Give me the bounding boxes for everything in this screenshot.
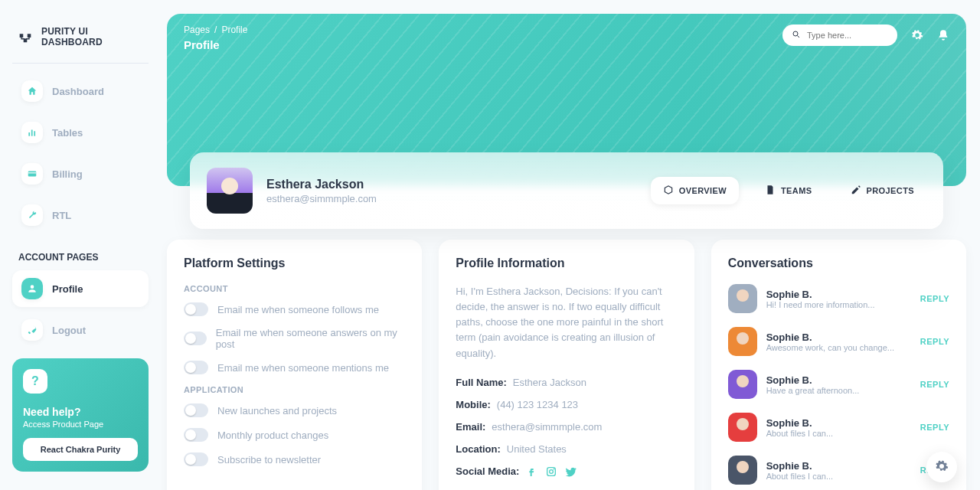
settings-fab[interactable]	[926, 452, 957, 482]
main: Pages / Profile Profile	[161, 0, 980, 490]
sidebar-item-billing[interactable]: Billing	[12, 155, 149, 192]
setting-row: Subscribe to newsletter	[184, 452, 405, 466]
setting-label: Subscribe to newsletter	[217, 454, 321, 466]
sidebar-item-label: Profile	[52, 283, 83, 295]
setting-label: Email me when someone follows me	[217, 304, 379, 315]
instagram-icon[interactable]	[545, 466, 557, 478]
user-icon	[21, 278, 43, 299]
conversation-name: Sophie B.	[766, 289, 875, 300]
conversation-name: Sophie B.	[766, 332, 894, 343]
conversations-card: Conversations Sophie B.Hi! I need more i…	[711, 240, 966, 490]
pen-icon	[851, 185, 861, 197]
sidebar-item-dashboard[interactable]: Dashboard	[12, 73, 149, 109]
tab-projects[interactable]: PROJECTS	[838, 177, 927, 204]
conversation-preview: About files I can...	[766, 472, 833, 481]
breadcrumb-item[interactable]: Profile	[221, 24, 247, 35]
home-icon	[21, 80, 43, 102]
info-value: United States	[507, 443, 567, 455]
profile-bio: Hi, I'm Esthera Jackson, Decisions: If y…	[456, 284, 677, 361]
conversation-preview: Hi! I need more information...	[766, 300, 875, 309]
tab-overview[interactable]: OVERVIEW	[651, 177, 739, 204]
toggle[interactable]	[184, 332, 207, 345]
svg-rect-2	[34, 131, 35, 136]
info-key: Email:	[456, 421, 485, 433]
conversation-preview: About files I can...	[766, 429, 833, 438]
page-title: Profile	[184, 38, 247, 51]
setting-row: Email me when someone mentions me	[184, 361, 405, 374]
svg-rect-4	[28, 172, 37, 173]
breadcrumb: Pages / Profile	[184, 24, 247, 35]
card-title: Platform Settings	[184, 256, 405, 270]
help-icon: ?	[23, 369, 47, 394]
avatar	[728, 456, 757, 485]
card-title: Profile Information	[456, 256, 677, 270]
info-value: Esthera Jackson	[513, 377, 586, 388]
card-title: Conversations	[728, 256, 949, 270]
search-icon	[792, 29, 801, 41]
twitter-icon[interactable]	[565, 466, 577, 478]
help-cta-button[interactable]: React Chakra Purity	[23, 438, 138, 461]
info-key: Location:	[456, 443, 501, 455]
bell-icon[interactable]	[937, 29, 949, 41]
conversation-name: Sophie B.	[766, 417, 833, 429]
reply-button[interactable]: REPLY	[920, 380, 949, 389]
settings-group-heading: APPLICATION	[184, 385, 405, 394]
conversation-row: Sophie B.Hi! I need more information...R…	[728, 284, 949, 313]
brand-title: PURITY UI DASHBOARD	[41, 26, 144, 47]
toggle[interactable]	[184, 361, 208, 374]
tab-label: PROJECTS	[867, 186, 915, 195]
sidebar-item-profile[interactable]: Profile	[12, 270, 149, 307]
conversation-row: Sophie B.Have a great afternoon...REPLY	[728, 370, 949, 399]
doc-icon	[765, 185, 776, 197]
reply-button[interactable]: REPLY	[920, 337, 949, 346]
profile-header: Esthera Jackson esthera@simmmple.com OVE…	[190, 152, 943, 229]
tab-teams[interactable]: TEAMS	[753, 177, 825, 204]
conversation-preview: Awesome work, can you change...	[766, 343, 894, 352]
facebook-icon[interactable]	[525, 466, 537, 478]
brand-logo-icon	[17, 28, 34, 45]
info-key: Full Name:	[456, 377, 506, 388]
gear-icon[interactable]	[911, 29, 923, 41]
setting-row: Email me when someone answers on my post	[184, 327, 405, 350]
profile-name: Esthera Jackson	[266, 178, 377, 191]
info-value: esthera@simmmple.com	[492, 421, 602, 433]
sidebar-item-label: Logout	[52, 325, 86, 336]
tab-label: TEAMS	[781, 186, 812, 195]
breadcrumb-item[interactable]: Pages	[184, 24, 210, 35]
svg-rect-0	[28, 132, 30, 136]
sidebar-section-label: ACCOUNT PAGES	[18, 252, 142, 263]
stats-icon	[21, 122, 43, 143]
toggle[interactable]	[184, 428, 208, 442]
platform-settings-card: Platform Settings ACCOUNT Email me when …	[167, 240, 422, 490]
conversation-name: Sophie B.	[766, 374, 860, 386]
sidebar-item-label: RTL	[52, 210, 71, 221]
svg-point-5	[793, 31, 798, 36]
reply-button[interactable]: REPLY	[920, 294, 949, 303]
reply-button[interactable]: REPLY	[920, 423, 949, 432]
avatar	[728, 284, 757, 313]
breadcrumb-separator: /	[214, 24, 217, 35]
conversation-row: Sophie B.About files I can...REPLY	[728, 456, 949, 485]
sidebar-item-logout[interactable]: Logout	[12, 312, 149, 348]
help-title: Need help?	[23, 406, 138, 418]
sidebar-item-rtl[interactable]: RTL	[12, 197, 149, 234]
toggle[interactable]	[184, 452, 208, 466]
avatar	[728, 327, 757, 356]
avatar	[728, 413, 757, 442]
setting-label: Email me when someone mentions me	[217, 362, 389, 374]
card-icon	[21, 163, 43, 185]
avatar	[207, 168, 253, 214]
toggle[interactable]	[184, 403, 208, 417]
setting-row: New launches and projects	[184, 403, 405, 417]
profile-info-card: Profile Information Hi, I'm Esthera Jack…	[439, 240, 694, 490]
conversation-name: Sophie B.	[766, 460, 833, 472]
rocket-icon	[21, 319, 43, 341]
sidebar-item-tables[interactable]: Tables	[12, 114, 149, 151]
search-input[interactable]	[807, 31, 888, 40]
svg-rect-1	[31, 130, 33, 136]
toggle[interactable]	[184, 302, 208, 316]
search-box[interactable]	[782, 24, 897, 46]
info-value: (44) 123 1234 123	[497, 399, 578, 410]
setting-label: Monthly product changes	[217, 430, 328, 441]
sidebar-item-label: Tables	[52, 127, 83, 139]
